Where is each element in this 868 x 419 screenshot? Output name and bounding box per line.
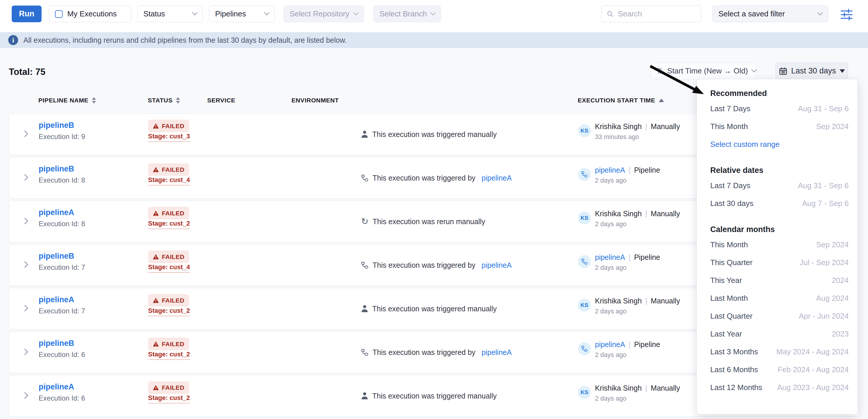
menu-item[interactable]: This Year 2024 [710, 271, 849, 289]
sort-both-icon [92, 97, 96, 104]
status-filter-dropdown[interactable]: Status [137, 6, 203, 22]
date-range-menu: Recommended Last 7 Days Aug 31 - Sep 6 T… [697, 79, 858, 414]
trigger-pipeline-link[interactable]: pipelineA [482, 348, 512, 357]
column-header-label: SERVICE [207, 97, 235, 104]
pipeline-link[interactable]: pipelineB [39, 121, 74, 130]
search-box[interactable] [601, 6, 701, 22]
info-banner-text: All executions, including reruns and chi… [23, 36, 347, 44]
failed-stage-link[interactable]: Stage: cust_4 [148, 176, 190, 186]
trigger-method: Manually [651, 122, 680, 131]
pipeline-link[interactable]: pipelineB [39, 252, 74, 261]
starter-name: Krishika Singh [595, 297, 642, 305]
trigger-method: Pipeline [634, 166, 660, 174]
trigger-method: Manually [651, 210, 680, 218]
status-badge: FAILED [148, 207, 189, 220]
my-executions-toggle[interactable]: My Executions [49, 6, 131, 22]
column-header-pipeline-name[interactable]: PIPELINE NAME [38, 97, 96, 104]
execution-time: 2 days ago [595, 308, 626, 315]
status-filter-label: Status [144, 9, 165, 19]
sort-dropdown[interactable]: ⇅ Start Time (New → Old) [651, 63, 757, 79]
starter-name: Krishika Singh [595, 122, 642, 131]
pipeline-avatar-icon [578, 255, 591, 268]
saved-filter-dropdown[interactable]: Select a saved filter [712, 6, 828, 22]
chevron-down-icon [192, 10, 197, 15]
expand-chevron-icon[interactable] [22, 349, 28, 355]
sort-both-icon [176, 97, 180, 104]
trigger-pipeline-link[interactable]: pipelineA [482, 261, 512, 269]
expand-chevron-icon[interactable] [22, 174, 28, 181]
expand-chevron-icon[interactable] [22, 261, 28, 268]
rerun-icon: ↻ [361, 217, 368, 226]
starter-pipeline-link[interactable]: pipelineA [595, 253, 625, 262]
started-by: pipelineA | Pipeline [595, 340, 660, 349]
separator: | [645, 122, 647, 131]
separator: | [629, 166, 631, 175]
pipelines-filter-dropdown[interactable]: Pipelines [209, 6, 275, 22]
menu-item[interactable]: Last 3 Months May 2024 - Aug 2024 [710, 343, 849, 361]
failed-stage-link[interactable]: Stage: cust_4 [148, 263, 190, 273]
started-by: Krishika Singh | Manually [595, 209, 680, 218]
trigger-info: This execution was triggered manually [361, 114, 497, 155]
menu-item[interactable]: Last Quarter Apr - Jun 2024 [710, 307, 849, 325]
failed-stage-link[interactable]: Stage: cust_3 [148, 133, 190, 142]
date-range-button[interactable]: Last 30 days [776, 63, 848, 79]
warning-icon [153, 385, 159, 390]
trigger-info: This execution was triggered by pipeline… [361, 157, 512, 198]
menu-item[interactable]: Last 12 Months Aug 2023 - Aug 2024 [710, 379, 849, 396]
run-button[interactable]: Run [12, 6, 41, 22]
menu-section-relative-dates: Relative dates Last 7 Days Aug 31 - Sep … [710, 164, 849, 213]
pipeline-link[interactable]: pipelineA [39, 208, 74, 217]
expand-chevron-icon[interactable] [22, 218, 28, 224]
menu-item[interactable]: Last 6 Months Feb 2024 - Aug 2024 [710, 361, 849, 379]
branch-filter-dropdown[interactable]: Select Branch [373, 6, 441, 22]
column-header-execution-start-time[interactable]: EXECUTION START TIME [578, 97, 664, 104]
column-header-status[interactable]: STATUS [148, 97, 180, 104]
my-executions-checkbox[interactable] [55, 10, 63, 18]
menu-item[interactable]: Last 30 days Aug 7 - Sep 6 [710, 195, 849, 213]
expand-chevron-icon[interactable] [22, 130, 28, 137]
starter-pipeline-link[interactable]: pipelineA [595, 166, 625, 174]
failed-stage-link[interactable]: Stage: cust_2 [148, 220, 190, 229]
status-label: FAILED [162, 210, 184, 217]
search-input[interactable] [618, 9, 695, 19]
failed-stage-link[interactable]: Stage: cust_2 [148, 307, 190, 316]
avatar: KS [578, 386, 591, 399]
expand-chevron-icon[interactable] [22, 392, 28, 399]
failed-stage-link[interactable]: Stage: cust_2 [148, 394, 190, 404]
menu-item[interactable]: Last Year 2023 [710, 325, 849, 343]
menu-item-label: Last 7 Days [710, 104, 750, 113]
execution-time: 2 days ago [595, 351, 626, 359]
expand-chevron-icon[interactable] [22, 305, 28, 312]
warning-icon [153, 297, 159, 303]
execution-id: Execution Id: 7 [39, 263, 85, 271]
pipeline-link[interactable]: pipelineA [39, 295, 74, 304]
menu-item[interactable]: Last Month Aug 2024 [710, 289, 849, 307]
trigger-info: This execution was triggered manually [361, 288, 497, 329]
filter-sliders-icon[interactable] [840, 9, 853, 21]
status-badge: FAILED [148, 294, 189, 307]
trigger-pipeline-link[interactable]: pipelineA [482, 174, 512, 182]
select-custom-range-link[interactable]: Select custom range [710, 135, 849, 153]
pipeline-link[interactable]: pipelineA [39, 382, 74, 391]
pipeline-link[interactable]: pipelineB [39, 164, 74, 173]
menu-item[interactable]: This Month Sep 2024 [710, 118, 849, 135]
status-badge: FAILED [148, 381, 189, 394]
trigger-method: Manually [651, 384, 680, 392]
starter-pipeline-link[interactable]: pipelineA [595, 340, 625, 349]
pipeline-link[interactable]: pipelineB [39, 339, 74, 348]
menu-item[interactable]: This Quarter Jul - Sep 2024 [710, 254, 849, 271]
warning-icon [153, 123, 159, 129]
menu-item[interactable]: This Month Sep 2024 [710, 236, 849, 254]
menu-item-label: Select custom range [710, 140, 780, 149]
menu-item-label: This Month [710, 240, 748, 249]
column-header-label: EXECUTION START TIME [578, 97, 655, 104]
pipeline-trigger-icon [361, 262, 368, 269]
repository-filter-dropdown[interactable]: Select Repository [284, 6, 364, 22]
trigger-text: This execution was triggered by [373, 174, 477, 182]
column-header-service: SERVICE [207, 97, 235, 104]
failed-stage-link[interactable]: Stage: cust_2 [148, 351, 190, 360]
status-badge: FAILED [148, 337, 189, 350]
trigger-info: This execution was triggered by pipeline… [361, 245, 512, 286]
menu-item[interactable]: Last 7 Days Aug 31 - Sep 6 [710, 177, 849, 195]
menu-item[interactable]: Last 7 Days Aug 31 - Sep 6 [710, 100, 849, 118]
